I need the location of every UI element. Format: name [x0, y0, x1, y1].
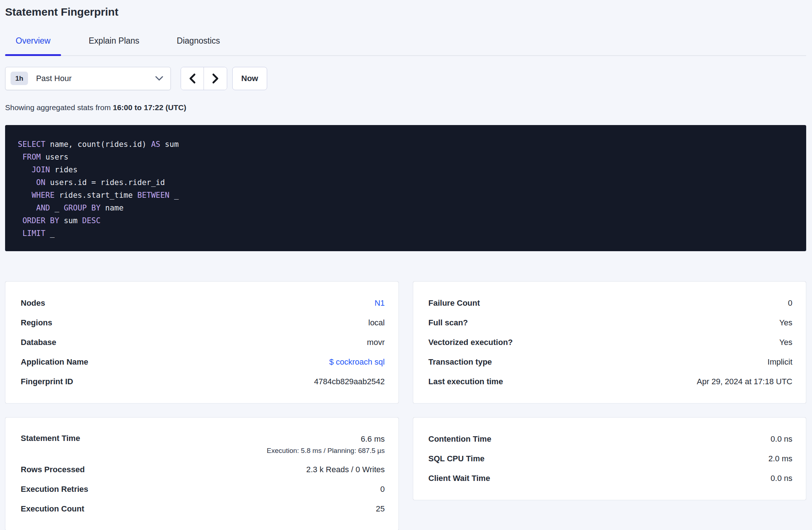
card-row: Contention Time0.0 ns	[429, 429, 793, 449]
row-label: Nodes	[21, 298, 45, 308]
row-label: Application Name	[21, 357, 88, 367]
time-controls: 1h Past Hour Now	[5, 67, 806, 90]
cards-grid: NodesN1RegionslocalDatabasemovrApplicati…	[5, 281, 806, 530]
row-label: Database	[21, 338, 56, 347]
row-value: 2.0 ms	[768, 453, 792, 464]
card-row: Failure Count0	[429, 293, 793, 313]
row-label: Contention Time	[429, 434, 491, 444]
row-value: Implicit	[768, 357, 792, 368]
card-row: Regionslocal	[21, 313, 385, 333]
row-value: 25	[376, 503, 385, 514]
card-row: NodesN1	[21, 293, 385, 313]
row-value: 4784cb829aab2542	[314, 376, 385, 387]
card-row: Execution Retries0	[21, 479, 385, 499]
stats-note-range: 16:00 to 17:22 (UTC)	[113, 103, 186, 112]
row-value: Yes	[779, 317, 792, 328]
chevron-right-icon	[212, 73, 220, 84]
execution-attributes-card: Failure Count0Full scan?YesVectorized ex…	[413, 281, 807, 403]
time-step-group	[181, 67, 227, 90]
row-value: 0	[380, 484, 385, 495]
row-label: Last execution time	[429, 377, 503, 386]
row-label: Statement Time	[21, 434, 80, 443]
row-value-link[interactable]: N1	[374, 298, 385, 309]
tab-overview[interactable]: Overview	[5, 30, 61, 55]
card-row: Statement Time6.6 msExecution: 5.8 ms / …	[21, 429, 385, 460]
row-label: Fingerprint ID	[21, 377, 73, 386]
row-label: Transaction type	[429, 357, 492, 367]
sql-statement-box: SELECT name, count(rides.id) AS sum FROM…	[5, 125, 806, 251]
row-value-link[interactable]: $ cockroach sql	[329, 357, 385, 368]
row-label: Regions	[21, 318, 52, 328]
row-value: local	[368, 317, 385, 328]
statement-details-card: NodesN1RegionslocalDatabasemovrApplicati…	[5, 281, 399, 403]
next-interval-button[interactable]	[204, 67, 227, 90]
chevron-down-icon	[155, 76, 163, 81]
stats-note-prefix: Showing aggregated stats from	[5, 103, 113, 112]
card-row: Databasemovr	[21, 333, 385, 352]
row-value: 0	[788, 298, 792, 309]
row-value: Apr 29, 2024 at 17:18 UTC	[697, 376, 792, 387]
card-row: Rows Processed2.3 k Reads / 0 Writes	[21, 460, 385, 479]
card-row: Execution Count25	[21, 499, 385, 519]
row-label: Full scan?	[429, 318, 468, 328]
row-value: 0.0 ns	[771, 434, 792, 445]
card-row: Application Name$ cockroach sql	[21, 352, 385, 372]
time-range-select[interactable]: 1h Past Hour	[5, 67, 171, 90]
row-label: Execution Retries	[21, 485, 88, 494]
card-row: SQL CPU Time2.0 ms	[429, 449, 793, 469]
statement-fingerprint-page: Statement Fingerprint OverviewExplain Pl…	[0, 0, 812, 530]
statement-timing-card: Statement Time6.6 msExecution: 5.8 ms / …	[5, 417, 399, 530]
stats-note: Showing aggregated stats from 16:00 to 1…	[5, 103, 806, 112]
card-row: Client Wait Time0.0 ns	[429, 469, 793, 488]
duration-badge: 1h	[11, 72, 28, 85]
card-row: Last execution timeApr 29, 2024 at 17:18…	[429, 372, 793, 392]
row-label: Rows Processed	[21, 465, 85, 474]
sql-statement-text: SELECT name, count(rides.id) AS sum FROM…	[18, 138, 793, 240]
row-value: 2.3 k Reads / 0 Writes	[306, 464, 385, 475]
row-subvalue: Execution: 5.8 ms / Planning: 687.5 µs	[267, 447, 385, 455]
row-label: Client Wait Time	[429, 474, 490, 483]
row-value: 6.6 ms	[267, 434, 385, 445]
page-title: Statement Fingerprint	[5, 6, 806, 19]
tab-diagnostics[interactable]: Diagnostics	[167, 30, 230, 55]
chevron-left-icon	[188, 73, 196, 84]
card-row: Fingerprint ID4784cb829aab2542	[21, 372, 385, 392]
card-row: Vectorized execution?Yes	[429, 333, 793, 352]
row-label: Failure Count	[429, 298, 480, 308]
row-label: SQL CPU Time	[429, 454, 485, 463]
now-button[interactable]: Now	[232, 67, 267, 90]
row-value: movr	[367, 337, 385, 348]
previous-interval-button[interactable]	[181, 67, 204, 90]
tab-explain-plans[interactable]: Explain Plans	[79, 30, 149, 55]
time-range-label: Past Hour	[36, 74, 72, 83]
card-row: Transaction typeImplicit	[429, 352, 793, 372]
card-row: Full scan?Yes	[429, 313, 793, 333]
row-value: 0.0 ns	[771, 473, 792, 484]
wait-time-card: Contention Time0.0 nsSQL CPU Time2.0 msC…	[413, 417, 807, 500]
row-value: Yes	[779, 337, 792, 348]
row-label: Vectorized execution?	[429, 338, 513, 347]
row-label: Execution Count	[21, 504, 84, 514]
tab-bar: OverviewExplain PlansDiagnostics	[5, 30, 806, 56]
